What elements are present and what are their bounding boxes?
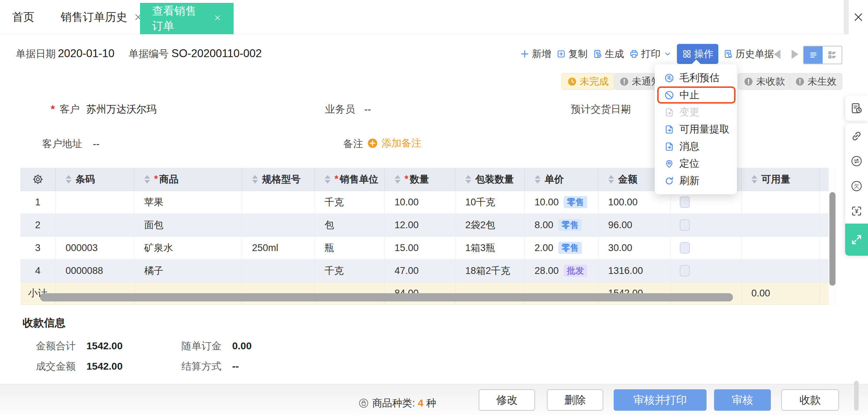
delivery-date-value: --: [622, 103, 628, 115]
doc-no-value: SO-20200110-002: [171, 47, 262, 60]
sidebar-owe[interactable]: 欠: [845, 174, 868, 199]
cell-price: 28.00批发: [524, 259, 598, 282]
column-header[interactable]: 包装数量: [455, 168, 524, 191]
menu-refresh[interactable]: 刷新: [655, 172, 737, 189]
svg-text:¥: ¥: [855, 208, 858, 214]
profit-icon: 毛: [664, 73, 674, 83]
actions-dropdown-menu: 毛毛利预估中止变更可用量提取消息定位刷新: [655, 64, 737, 194]
sort-icon: [252, 175, 258, 184]
price-type-tag: 零售: [564, 196, 587, 208]
sort-icon: [608, 175, 614, 184]
column-header[interactable]: *商品: [134, 168, 242, 191]
doc-no-label: 单据编号: [129, 48, 169, 60]
cell-product: 橘子: [134, 259, 242, 282]
grid-icon: [682, 49, 692, 59]
menu-message[interactable]: 消息: [655, 138, 737, 155]
modify-button[interactable]: 修改: [479, 389, 535, 411]
exclaim-badge-icon: [744, 77, 753, 86]
generate-icon: [593, 49, 603, 59]
row-checkbox[interactable]: [680, 242, 690, 254]
list-view-toggle[interactable]: [804, 46, 823, 64]
menu-abort[interactable]: 中止: [657, 86, 735, 104]
customer-value: 苏州万达沃尔玛: [86, 103, 156, 115]
card-view-toggle[interactable]: [823, 46, 842, 64]
menu-locate[interactable]: 定位: [655, 155, 737, 172]
column-header[interactable]: 规格型号: [242, 168, 314, 191]
doc-arrow-icon: [664, 107, 674, 118]
cell-spec: [242, 214, 314, 236]
cell-amount: 96.00: [598, 214, 670, 236]
add-remark-button[interactable]: 添加备注: [367, 136, 421, 150]
cell-spec: [242, 191, 314, 214]
sort-icon: [535, 175, 540, 184]
sort-icon: [465, 175, 471, 184]
window-close-button[interactable]: [849, 0, 868, 34]
payment-field: 成交金额1542.00: [36, 360, 123, 373]
cell-spec: 250ml: [242, 236, 314, 259]
payment-field: 结算方式--: [181, 360, 239, 373]
cell-qty: 15.00: [384, 236, 455, 259]
stop-icon: [664, 90, 674, 100]
product-category-count: 商品种类: 4 种: [358, 396, 436, 410]
plus-circle-icon: [367, 138, 378, 149]
vertical-scrollbar-thumb[interactable]: [829, 192, 835, 286]
table-row: 2面包包12.002袋2包8.00零售96.00: [20, 214, 829, 236]
remark-label: 备注: [343, 138, 363, 150]
cell-unit: 千克: [314, 191, 384, 214]
exclaim-badge-icon: [795, 77, 805, 86]
footer-scrollbar-thumb[interactable]: [854, 381, 859, 411]
tab-sales-order-history[interactable]: 销售订单历史: [61, 0, 143, 34]
customer-address-label: 客户地址: [42, 138, 82, 150]
cell-barcode: [55, 191, 134, 214]
table-settings-gear[interactable]: [20, 168, 55, 191]
row-checkbox[interactable]: [680, 265, 690, 276]
history-docs-button[interactable]: 历史单据: [723, 44, 774, 64]
horizontal-scrollbar-thumb[interactable]: [40, 293, 733, 301]
cell-spec: [242, 259, 314, 282]
row-checkbox[interactable]: [680, 196, 690, 208]
next-doc-arrow[interactable]: [792, 50, 798, 59]
column-header[interactable]: 可用量: [741, 168, 819, 191]
column-header[interactable]: 单价: [524, 168, 598, 191]
receive-payment-button[interactable]: 收款: [781, 389, 839, 411]
cell-product: 苹果: [134, 191, 242, 214]
category-count-value: 4: [418, 398, 424, 409]
subtotal-available: 0.00: [741, 282, 819, 304]
doc-date-label: 单据日期: [16, 48, 56, 60]
salesman-value: --: [364, 103, 371, 115]
cell-qty: 12.00: [384, 214, 455, 236]
column-header[interactable]: *销售单位: [314, 168, 384, 191]
tab-view-sales-order[interactable]: 查看销售订单: [140, 3, 234, 34]
customer-label: 客户: [60, 103, 80, 115]
cell-price: 2.00零售: [524, 236, 598, 259]
price-type-tag: 批发: [564, 265, 587, 277]
generate-button[interactable]: 生成: [593, 44, 624, 64]
prev-doc-arrow[interactable]: [774, 50, 780, 59]
tab-close-icon[interactable]: [214, 14, 221, 23]
doc-arrow-icon: [664, 141, 674, 152]
new-button[interactable]: 新增: [520, 44, 551, 64]
column-header-partial: [819, 168, 829, 191]
required-star: *: [51, 103, 55, 115]
delete-button[interactable]: 删除: [547, 389, 603, 411]
sidebar-voucher[interactable]: ¥: [845, 199, 868, 224]
audit-print-button[interactable]: 审核并打印: [614, 389, 707, 411]
sidebar-doc-history[interactable]: [845, 96, 868, 121]
sidebar-expand[interactable]: [845, 224, 868, 256]
tab-home[interactable]: 首页: [12, 0, 34, 34]
column-header[interactable]: 条码: [55, 168, 134, 191]
menu-available-extract[interactable]: 可用量提取: [655, 121, 737, 138]
column-header[interactable]: *数量: [384, 168, 455, 191]
print-button[interactable]: 打印: [629, 44, 672, 64]
sort-icon: [144, 175, 150, 184]
copy-button[interactable]: 复制: [556, 44, 588, 64]
doc-date-value: 2020-01-10: [58, 47, 115, 60]
audit-button[interactable]: 审核: [714, 389, 771, 411]
row-checkbox[interactable]: [680, 219, 690, 231]
status-unfinished: 未完成: [562, 73, 614, 90]
toolbar: 新增复制生成打印操作历史单据: [520, 43, 774, 65]
sidebar-link[interactable]: [845, 124, 868, 149]
sidebar-exchange[interactable]: [845, 149, 868, 174]
tab-bar: 首页 销售订单历史 查看销售订单: [0, 0, 868, 34]
menu-profit-estimate[interactable]: 毛毛利预估: [655, 69, 737, 86]
